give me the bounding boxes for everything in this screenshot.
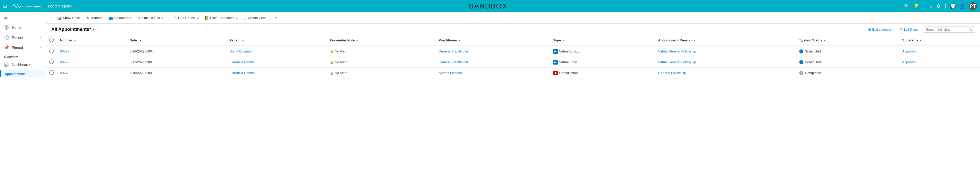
row-1-practitioner: General Practitioner <box>436 57 550 67</box>
sidebar-item-dashboards[interactable]: 📊 Dashboards <box>0 59 46 70</box>
excel-icon: 📗 <box>205 16 209 20</box>
row-0-encounter-note: 🔒 No Alert <box>327 46 436 57</box>
overview-section-header: Overview <box>0 53 46 59</box>
run-report-chevron-icon: ∨ <box>197 16 199 19</box>
logo-area: DoctorHelper® <box>10 2 45 10</box>
appointment-reason-link[interactable]: Virtual General Follow Up <box>658 49 696 53</box>
search-icon[interactable]: 🔍 <box>904 3 910 9</box>
row-2-type: ⏺Consultation <box>550 67 655 79</box>
show-chart-button[interactable]: 📊 Show Chart <box>55 14 83 22</box>
excel-chevron-icon: ∨ <box>235 16 237 19</box>
search-box[interactable]: 🔍 <box>924 26 975 33</box>
col-number[interactable]: Number ▾ <box>57 35 127 46</box>
practitioner-link[interactable]: Andres Flechas <box>439 71 462 75</box>
sidebar-item-home[interactable]: 🏠 Home <box>0 22 46 32</box>
appointment-number-link[interactable]: 00748 <box>60 71 69 75</box>
select-all-checkbox[interactable] <box>49 37 54 42</box>
row-checkbox[interactable] <box>49 48 54 53</box>
col-encounter-note[interactable]: Encounter Note ▾ <box>327 35 436 46</box>
report-icon: 📄 <box>172 16 177 20</box>
system-status-icon: ✓ <box>799 71 803 75</box>
more-options-button[interactable]: ∨ <box>272 15 279 21</box>
title-chevron-icon[interactable]: ∨ <box>92 27 95 31</box>
create-view-button[interactable]: ⊞ Create view <box>241 14 268 22</box>
patient-link[interactable]: Florencia Ramos <box>229 60 255 64</box>
email-icon: ✉ <box>137 16 140 20</box>
lightbulb-icon[interactable]: 💡 <box>913 3 919 9</box>
refresh-button[interactable]: ↻ Refresh <box>84 14 105 22</box>
row-2-encounter-note: 🔒 No Alert <box>327 67 436 79</box>
avatar[interactable]: PT <box>969 2 977 10</box>
row-1-type: ▶Virtual Enco... <box>550 57 655 67</box>
row-0-type: ▶Virtual Enco... <box>550 46 655 57</box>
view-title-area: All Appointments* ∨ <box>51 27 95 32</box>
sidebar-item-recent[interactable]: 🕐 Recent ∨ <box>0 32 46 42</box>
settings-icon[interactable]: ⚙ <box>936 3 940 9</box>
row-0-patient: Diana Guzman <box>226 46 327 57</box>
encounter-note-cell: 🔒 No Alert <box>330 71 347 75</box>
refresh-icon: ↻ <box>86 16 89 20</box>
grid-icon[interactable]: ⊞ <box>3 3 7 9</box>
appointment-number-link[interactable]: 00778 <box>60 60 69 64</box>
edit-filters-button[interactable]: ▽ Edit filters <box>897 26 921 33</box>
substatus-link[interactable]: Approved <box>902 60 916 64</box>
top-nav-icons: 🔍 💡 + ▽ ⚙ ? 💬 👤 PT <box>904 2 977 10</box>
row-2-practitioner: Andres Flechas <box>436 67 550 79</box>
command-bar: ‹ 📊 Show Chart ↻ Refresh 👥 Collaborate ✉… <box>46 12 980 24</box>
back-button[interactable]: ‹ <box>48 14 54 22</box>
search-input[interactable] <box>926 27 967 31</box>
appointments-section-header[interactable]: Appointments <box>0 70 46 77</box>
table-row[interactable]: 007785/17/2022 9:00...Florencia Ramos🔒 N… <box>46 57 980 67</box>
logo-svg: DoctorHelper® <box>10 2 41 10</box>
view-header-right: ⊟ Edit columns ▽ Edit filters 🔍 <box>865 26 975 33</box>
row-checkbox[interactable] <box>49 59 54 64</box>
row-0-appointment-reason: Virtual General Follow Up <box>655 46 797 57</box>
recent-icon: 🕐 <box>4 35 9 40</box>
select-all-col[interactable] <box>46 35 57 46</box>
email-link-button[interactable]: ✉ Email a Link ∨ <box>135 14 165 22</box>
col-patient[interactable]: Patient ▾ <box>226 35 327 46</box>
col-date[interactable]: Date ↑▾ <box>127 35 227 46</box>
app-name-label: DoctorHelper® <box>48 4 72 8</box>
patient-link[interactable]: Diana Guzman <box>229 49 252 53</box>
practitioner-link[interactable]: General Practitioner <box>439 49 468 53</box>
table-body: 007775/16/2022 8:00...Diana Guzman🔒 No A… <box>46 46 980 79</box>
appointment-reason-link[interactable]: Virtual General Follow Up <box>658 60 696 64</box>
chat-icon[interactable]: 💬 <box>950 3 956 9</box>
col-system-status[interactable]: System Status ▾ <box>796 35 899 46</box>
col-practitioner[interactable]: Practitioner ▾ <box>436 35 550 46</box>
lock-icon: 🔒 <box>330 60 334 64</box>
substatus-link[interactable]: Approved <box>902 49 916 53</box>
row-checkbox[interactable] <box>49 70 54 75</box>
col-substatus[interactable]: Substatus ▾ <box>899 35 980 46</box>
user-icon[interactable]: 👤 <box>959 3 965 9</box>
table-row[interactable]: 007775/16/2022 8:00...Diana Guzman🔒 No A… <box>46 46 980 57</box>
collaborate-button[interactable]: 👥 Collaborate <box>106 14 134 22</box>
help-icon[interactable]: ? <box>944 3 947 9</box>
row-1-patient: Florencia Ramos <box>226 57 327 67</box>
row-1-number: 00778 <box>57 57 127 67</box>
row-0-number: 00777 <box>57 46 127 57</box>
patient-link[interactable]: Florencia Ramos <box>229 71 255 75</box>
table-row[interactable]: 007485/18/2022 8:00...Florencia Ramos🔒 N… <box>46 67 980 79</box>
cmd-separator-2 <box>270 15 270 21</box>
practitioner-link[interactable]: General Practitioner <box>439 60 468 64</box>
system-status-icon: ✓ <box>799 60 803 64</box>
plus-icon[interactable]: + <box>923 3 926 9</box>
edit-columns-button[interactable]: ⊟ Edit columns <box>865 26 894 33</box>
excel-templates-button[interactable]: 📗 Excel Templates ∨ <box>202 14 240 22</box>
type-icon: ▶ <box>553 49 558 54</box>
filter-icon[interactable]: ▽ <box>929 3 933 9</box>
appointment-reason-link[interactable]: General Follow Up <box>658 71 686 75</box>
sort-encounter-icon: ▾ <box>356 39 358 42</box>
sidebar-item-pinned[interactable]: 📌 Pinned ∨ <box>0 42 46 53</box>
row-1-system-status: ✓Scheduled <box>796 57 899 67</box>
sidebar-hamburger[interactable]: ☰ <box>0 12 46 22</box>
run-report-button[interactable]: 📄 Run Report ∨ <box>170 14 201 22</box>
col-appointment-reason[interactable]: Appointment Reason ▾ <box>655 35 797 46</box>
top-nav-bar: ⊞ DoctorHelper® DoctorHelper® SANDBOX 🔍 … <box>0 0 980 12</box>
system-status-icon: ✓ <box>799 49 803 53</box>
appointment-number-link[interactable]: 00777 <box>60 49 69 53</box>
svg-text:DoctorHelper®: DoctorHelper® <box>25 5 41 8</box>
col-type[interactable]: Type ▾ <box>550 35 655 46</box>
